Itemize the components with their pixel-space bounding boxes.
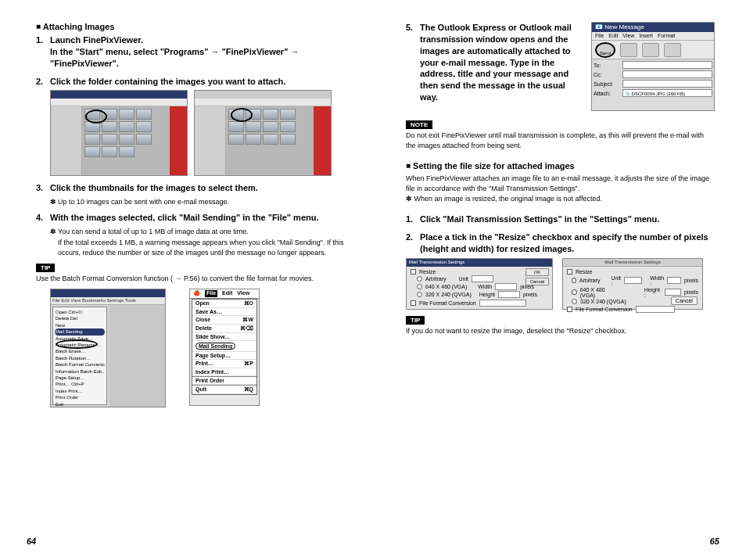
step-3-num: 3. [36, 182, 50, 194]
win-menu-exit[interactable]: Exit [55, 401, 105, 407]
mac-menu-index-print[interactable]: Index Print… [192, 368, 256, 376]
mac-h-unit: pixels [684, 289, 698, 295]
outlook-new-message-screenshot: 📧 New Message File Edit View Insert Form… [591, 22, 715, 111]
setting-step-2-num: 2. [406, 232, 420, 255]
step-3: 3. Click the thumbnails for the images t… [36, 182, 345, 194]
mac-menu-open[interactable]: Open⌘O [192, 300, 256, 308]
unit-select[interactable] [472, 275, 493, 282]
outlook-cc-label: Cc: [594, 72, 620, 77]
outlook-paste-button[interactable] [664, 43, 681, 57]
win-menu-rotate[interactable]: Batch Rotation… [55, 355, 105, 361]
mac-resize-label: Resize [576, 269, 592, 275]
mac-menu-view[interactable]: View [237, 290, 249, 297]
win-menu-convert[interactable]: Batch Format Conversion… [55, 361, 105, 368]
heading-setting-size-text: Setting the file size for attached image… [413, 161, 575, 171]
mac-vga-radio[interactable] [572, 289, 577, 295]
mac-menu-quit[interactable]: Quit⌘Q [192, 386, 256, 394]
heading-attaching: ■ Attaching Images [36, 22, 345, 31]
mac-conv-label: File Format Conversion [576, 307, 633, 312]
win-menu-mail-sending[interactable]: Mail Sending [55, 328, 105, 335]
mac-arbitrary-radio[interactable] [572, 278, 576, 283]
step-4-note-a: You can send a total of up to 1 MB of im… [58, 228, 249, 235]
outlook-to-label: To: [594, 63, 620, 68]
step-4-text: With the images selected, click "Mail Se… [50, 212, 345, 224]
menu-screenshot-row: File Edit View Bookmarks Settings Tools … [50, 289, 345, 407]
arrow-icon: → [210, 47, 219, 56]
mac-qvga-radio[interactable] [572, 299, 577, 304]
manual-page-spread: ■ Attaching Images 1. Launch FinePixView… [0, 0, 746, 560]
mac-menu-slideshow[interactable]: Slide Show… [192, 333, 256, 341]
resize-checkbox[interactable] [411, 269, 416, 275]
step-4-note-b: If the total exceeds 1 MB, a warning mes… [58, 238, 345, 257]
qvga-radio[interactable] [417, 292, 422, 297]
outlook-menu-insert[interactable]: Insert [639, 33, 653, 39]
outlook-cc-input[interactable] [622, 70, 712, 78]
win-menu-new[interactable]: New [55, 322, 105, 328]
setting-p1: When FinePixViewer attaches an image fil… [406, 174, 715, 193]
mac-menu-close[interactable]: Close⌘W [192, 316, 256, 325]
outlook-menu-format[interactable]: Format [658, 33, 675, 39]
finepixviewer-screenshot-mac [194, 90, 332, 176]
mac-menu-page-setup[interactable]: Page Setup… [192, 352, 256, 360]
mac-qvga-label: 320 X 240 (QVGA) [580, 299, 626, 304]
mac-menu-delete[interactable]: Delete⌘⌫ [192, 325, 256, 333]
outlook-subject-input[interactable] [622, 80, 712, 88]
conv-label: File Format Conversion [419, 300, 476, 306]
h-unit: pixels [523, 292, 537, 297]
arbitrary-radio[interactable] [417, 276, 422, 282]
finepixviewer-screenshot-windows [50, 90, 188, 176]
outlook-menu-file[interactable]: File [595, 33, 604, 39]
outlook-menu-edit[interactable]: Edit [608, 33, 618, 39]
mac-resize-checkbox[interactable] [567, 269, 572, 275]
win-menu-open[interactable]: Open Ctrl+O [55, 309, 105, 315]
w-input[interactable] [495, 283, 517, 290]
ok-button[interactable]: OK [525, 268, 549, 276]
mac-conv-checkbox[interactable] [567, 307, 572, 312]
heading-attaching-text: Attaching Images [43, 22, 115, 31]
outlook-to-input[interactable] [622, 61, 712, 69]
file-menu-screenshot-windows: File Edit View Bookmarks Settings Tools … [50, 289, 166, 407]
mac-conv-select[interactable] [636, 306, 675, 313]
vga-radio[interactable] [417, 284, 422, 289]
win-menu-page-setup[interactable]: Page Setup… [55, 375, 105, 381]
h-input[interactable] [498, 291, 520, 298]
mac-menu-mail-sending[interactable]: Mail Sending [192, 341, 256, 352]
step-4-note: ✽You can send a total of up to 1 MB of i… [50, 227, 345, 237]
outlook-menubar: File Edit View Insert Format [592, 32, 714, 41]
tip-text: Use the Batch Format Conversion function… [36, 274, 345, 284]
mac-w-unit: pixels [684, 278, 698, 283]
outlook-cut-button[interactable] [620, 43, 637, 57]
mac-menu-file[interactable]: File [205, 290, 217, 297]
cancel-button[interactable]: Cancel [525, 278, 549, 285]
outlook-copy-button[interactable] [642, 43, 659, 57]
conv-select[interactable] [479, 300, 526, 307]
outlook-send-button[interactable]: Send [595, 42, 615, 58]
mac-menu-edit[interactable]: Edit [222, 290, 232, 297]
win-menu-delete[interactable]: Delete Del [55, 315, 105, 321]
page-right: 5. The Outlook Express or Outlook mail t… [373, 0, 746, 560]
settings-dialog-row: Mail Transmission Settings Resize Arbitr… [406, 258, 715, 310]
mac-unit-select[interactable] [624, 277, 642, 284]
screenshot-row-1 [50, 90, 345, 176]
win-menu-print-order[interactable]: Print Order [55, 394, 105, 400]
mac-menu-print[interactable]: Print…⌘P [192, 360, 256, 368]
mac-h-input[interactable] [665, 289, 681, 296]
win-menu-index-print[interactable]: Index Print… [55, 388, 105, 394]
mac-cancel-button[interactable]: Cancel [671, 296, 698, 305]
mac-w-label: Width : [650, 275, 664, 286]
mac-menubar: 🍎 File Edit View [190, 289, 259, 299]
outlook-attach-label: Attach: [594, 91, 620, 96]
mac-menu-save[interactable]: Save As… [192, 308, 256, 316]
step-1-num: 1. [36, 34, 50, 70]
outlook-attach-value[interactable]: 📎 DSCF0004.JPG (260 KB) [622, 89, 712, 97]
win-menu-print[interactable]: Print… Ctrl+P [55, 381, 105, 387]
conv-checkbox[interactable] [411, 300, 416, 306]
step-1-text: Launch FinePixViewer. In the "Start" men… [50, 34, 345, 70]
win-menu-erase[interactable]: Batch Erase… [55, 348, 105, 354]
outlook-menu-view[interactable]: View [622, 33, 634, 39]
mail-settings-dialog-mac: Mail Transmission Settings Resize Arbitr… [562, 258, 703, 310]
step-3-text: Click the thumbnails for the images to s… [50, 182, 345, 194]
win-menu-info[interactable]: Information Batch Edit… [55, 368, 105, 375]
mac-menu-print-order[interactable]: Print Order [192, 377, 256, 385]
mac-w-input[interactable] [667, 277, 681, 284]
